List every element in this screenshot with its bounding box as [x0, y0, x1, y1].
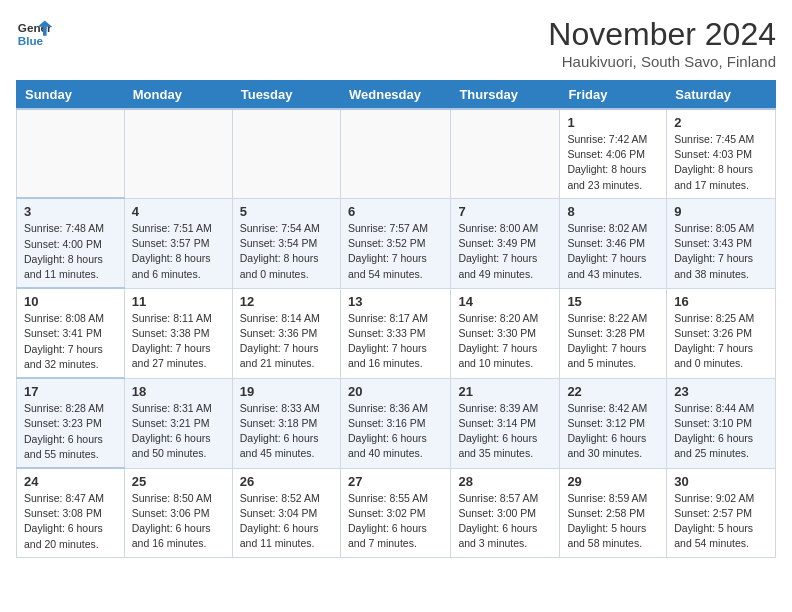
- calendar-cell: 22Sunrise: 8:42 AM Sunset: 3:12 PM Dayli…: [560, 378, 667, 468]
- day-info: Sunrise: 7:48 AM Sunset: 4:00 PM Dayligh…: [24, 221, 117, 282]
- day-number: 30: [674, 474, 768, 489]
- calendar-cell: 26Sunrise: 8:52 AM Sunset: 3:04 PM Dayli…: [232, 468, 340, 557]
- day-number: 28: [458, 474, 552, 489]
- calendar-cell: 27Sunrise: 8:55 AM Sunset: 3:02 PM Dayli…: [340, 468, 450, 557]
- day-info: Sunrise: 8:44 AM Sunset: 3:10 PM Dayligh…: [674, 401, 768, 462]
- calendar-cell: [232, 109, 340, 198]
- page-header: General Blue November 2024 Haukivuori, S…: [16, 16, 776, 70]
- day-number: 4: [132, 204, 225, 219]
- calendar-cell: 12Sunrise: 8:14 AM Sunset: 3:36 PM Dayli…: [232, 288, 340, 378]
- day-info: Sunrise: 8:42 AM Sunset: 3:12 PM Dayligh…: [567, 401, 659, 462]
- calendar-cell: 15Sunrise: 8:22 AM Sunset: 3:28 PM Dayli…: [560, 288, 667, 378]
- title-area: November 2024 Haukivuori, South Savo, Fi…: [548, 16, 776, 70]
- calendar-cell: [17, 109, 125, 198]
- day-number: 8: [567, 204, 659, 219]
- day-info: Sunrise: 8:05 AM Sunset: 3:43 PM Dayligh…: [674, 221, 768, 282]
- day-info: Sunrise: 8:52 AM Sunset: 3:04 PM Dayligh…: [240, 491, 333, 552]
- day-info: Sunrise: 8:20 AM Sunset: 3:30 PM Dayligh…: [458, 311, 552, 372]
- calendar-cell: 4Sunrise: 7:51 AM Sunset: 3:57 PM Daylig…: [124, 198, 232, 288]
- day-info: Sunrise: 8:02 AM Sunset: 3:46 PM Dayligh…: [567, 221, 659, 282]
- calendar-cell: 16Sunrise: 8:25 AM Sunset: 3:26 PM Dayli…: [667, 288, 776, 378]
- calendar-cell: 1Sunrise: 7:42 AM Sunset: 4:06 PM Daylig…: [560, 109, 667, 198]
- day-number: 25: [132, 474, 225, 489]
- day-number: 29: [567, 474, 659, 489]
- day-info: Sunrise: 7:45 AM Sunset: 4:03 PM Dayligh…: [674, 132, 768, 193]
- calendar-cell: [340, 109, 450, 198]
- day-number: 17: [24, 384, 117, 399]
- day-info: Sunrise: 8:14 AM Sunset: 3:36 PM Dayligh…: [240, 311, 333, 372]
- day-number: 13: [348, 294, 443, 309]
- day-number: 9: [674, 204, 768, 219]
- day-number: 11: [132, 294, 225, 309]
- calendar-cell: 23Sunrise: 8:44 AM Sunset: 3:10 PM Dayli…: [667, 378, 776, 468]
- day-number: 16: [674, 294, 768, 309]
- calendar-cell: 2Sunrise: 7:45 AM Sunset: 4:03 PM Daylig…: [667, 109, 776, 198]
- day-number: 24: [24, 474, 117, 489]
- day-number: 3: [24, 204, 117, 219]
- header-tuesday: Tuesday: [232, 81, 340, 110]
- day-number: 7: [458, 204, 552, 219]
- calendar-cell: 30Sunrise: 9:02 AM Sunset: 2:57 PM Dayli…: [667, 468, 776, 557]
- week-row-4: 17Sunrise: 8:28 AM Sunset: 3:23 PM Dayli…: [17, 378, 776, 468]
- day-number: 14: [458, 294, 552, 309]
- calendar-cell: 18Sunrise: 8:31 AM Sunset: 3:21 PM Dayli…: [124, 378, 232, 468]
- week-row-3: 10Sunrise: 8:08 AM Sunset: 3:41 PM Dayli…: [17, 288, 776, 378]
- day-number: 12: [240, 294, 333, 309]
- calendar-cell: 24Sunrise: 8:47 AM Sunset: 3:08 PM Dayli…: [17, 468, 125, 557]
- calendar-cell: 17Sunrise: 8:28 AM Sunset: 3:23 PM Dayli…: [17, 378, 125, 468]
- day-info: Sunrise: 7:42 AM Sunset: 4:06 PM Dayligh…: [567, 132, 659, 193]
- day-info: Sunrise: 8:59 AM Sunset: 2:58 PM Dayligh…: [567, 491, 659, 552]
- header-friday: Friday: [560, 81, 667, 110]
- day-info: Sunrise: 8:57 AM Sunset: 3:00 PM Dayligh…: [458, 491, 552, 552]
- day-info: Sunrise: 8:28 AM Sunset: 3:23 PM Dayligh…: [24, 401, 117, 462]
- day-number: 21: [458, 384, 552, 399]
- day-number: 20: [348, 384, 443, 399]
- day-number: 1: [567, 115, 659, 130]
- calendar-cell: 9Sunrise: 8:05 AM Sunset: 3:43 PM Daylig…: [667, 198, 776, 288]
- svg-text:Blue: Blue: [18, 34, 44, 47]
- day-number: 10: [24, 294, 117, 309]
- logo-icon: General Blue: [16, 16, 52, 52]
- day-info: Sunrise: 8:33 AM Sunset: 3:18 PM Dayligh…: [240, 401, 333, 462]
- day-number: 5: [240, 204, 333, 219]
- calendar-cell: 8Sunrise: 8:02 AM Sunset: 3:46 PM Daylig…: [560, 198, 667, 288]
- week-row-2: 3Sunrise: 7:48 AM Sunset: 4:00 PM Daylig…: [17, 198, 776, 288]
- calendar-cell: 11Sunrise: 8:11 AM Sunset: 3:38 PM Dayli…: [124, 288, 232, 378]
- day-number: 15: [567, 294, 659, 309]
- calendar-table: SundayMondayTuesdayWednesdayThursdayFrid…: [16, 80, 776, 558]
- day-info: Sunrise: 8:36 AM Sunset: 3:16 PM Dayligh…: [348, 401, 443, 462]
- day-info: Sunrise: 8:25 AM Sunset: 3:26 PM Dayligh…: [674, 311, 768, 372]
- day-number: 18: [132, 384, 225, 399]
- calendar-header-row: SundayMondayTuesdayWednesdayThursdayFrid…: [17, 81, 776, 110]
- header-thursday: Thursday: [451, 81, 560, 110]
- day-info: Sunrise: 8:39 AM Sunset: 3:14 PM Dayligh…: [458, 401, 552, 462]
- header-wednesday: Wednesday: [340, 81, 450, 110]
- day-info: Sunrise: 8:31 AM Sunset: 3:21 PM Dayligh…: [132, 401, 225, 462]
- day-number: 19: [240, 384, 333, 399]
- calendar-cell: 7Sunrise: 8:00 AM Sunset: 3:49 PM Daylig…: [451, 198, 560, 288]
- day-info: Sunrise: 8:47 AM Sunset: 3:08 PM Dayligh…: [24, 491, 117, 552]
- calendar-cell: 13Sunrise: 8:17 AM Sunset: 3:33 PM Dayli…: [340, 288, 450, 378]
- week-row-1: 1Sunrise: 7:42 AM Sunset: 4:06 PM Daylig…: [17, 109, 776, 198]
- week-row-5: 24Sunrise: 8:47 AM Sunset: 3:08 PM Dayli…: [17, 468, 776, 557]
- day-info: Sunrise: 7:54 AM Sunset: 3:54 PM Dayligh…: [240, 221, 333, 282]
- day-info: Sunrise: 8:00 AM Sunset: 3:49 PM Dayligh…: [458, 221, 552, 282]
- day-info: Sunrise: 8:55 AM Sunset: 3:02 PM Dayligh…: [348, 491, 443, 552]
- calendar-cell: 10Sunrise: 8:08 AM Sunset: 3:41 PM Dayli…: [17, 288, 125, 378]
- calendar-cell: [451, 109, 560, 198]
- logo: General Blue: [16, 16, 52, 52]
- calendar-cell: 14Sunrise: 8:20 AM Sunset: 3:30 PM Dayli…: [451, 288, 560, 378]
- calendar-cell: 5Sunrise: 7:54 AM Sunset: 3:54 PM Daylig…: [232, 198, 340, 288]
- calendar-cell: 6Sunrise: 7:57 AM Sunset: 3:52 PM Daylig…: [340, 198, 450, 288]
- day-number: 26: [240, 474, 333, 489]
- calendar-cell: 28Sunrise: 8:57 AM Sunset: 3:00 PM Dayli…: [451, 468, 560, 557]
- calendar-cell: 29Sunrise: 8:59 AM Sunset: 2:58 PM Dayli…: [560, 468, 667, 557]
- calendar-cell: 19Sunrise: 8:33 AM Sunset: 3:18 PM Dayli…: [232, 378, 340, 468]
- day-info: Sunrise: 8:08 AM Sunset: 3:41 PM Dayligh…: [24, 311, 117, 372]
- day-info: Sunrise: 7:57 AM Sunset: 3:52 PM Dayligh…: [348, 221, 443, 282]
- calendar-cell: 3Sunrise: 7:48 AM Sunset: 4:00 PM Daylig…: [17, 198, 125, 288]
- day-number: 6: [348, 204, 443, 219]
- day-number: 22: [567, 384, 659, 399]
- calendar-cell: 21Sunrise: 8:39 AM Sunset: 3:14 PM Dayli…: [451, 378, 560, 468]
- month-year-title: November 2024: [548, 16, 776, 53]
